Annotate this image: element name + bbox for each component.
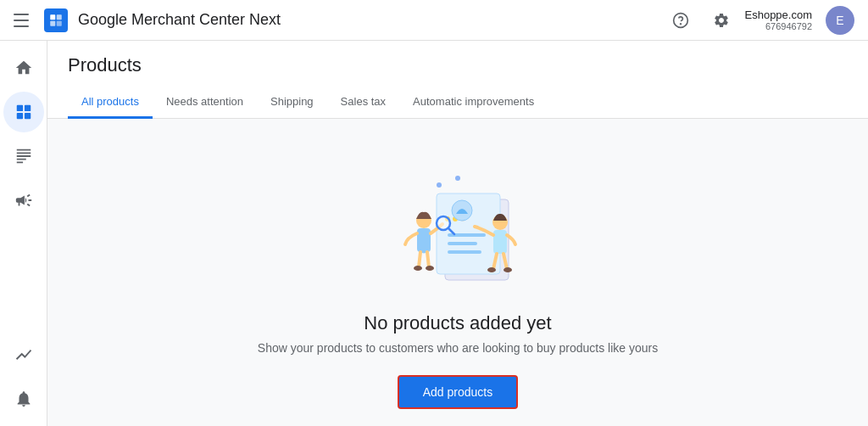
empty-state-illustration xyxy=(364,153,551,292)
svg-point-26 xyxy=(426,266,434,271)
page-header: Products All products Needs attention Sh… xyxy=(47,41,868,119)
svg-rect-28 xyxy=(493,230,507,254)
page-title: Products xyxy=(68,54,848,76)
sidebar-item-home[interactable] xyxy=(3,48,44,88)
sidebar xyxy=(0,41,47,426)
help-button[interactable] xyxy=(664,3,698,37)
svg-rect-7 xyxy=(24,105,30,111)
svg-rect-15 xyxy=(448,242,477,245)
sidebar-item-reports[interactable] xyxy=(3,136,44,177)
sidebar-item-marketing[interactable] xyxy=(3,180,44,221)
svg-point-11 xyxy=(455,176,460,181)
svg-rect-1 xyxy=(57,14,62,20)
account-info: Eshoppe.com 676946792 xyxy=(745,8,813,31)
main-content: Products All products Needs attention Sh… xyxy=(47,41,868,426)
svg-line-23 xyxy=(419,252,420,267)
topbar-right: Eshoppe.com 676946792 E xyxy=(664,3,855,37)
tab-automatic-improvements[interactable]: Automatic improvements xyxy=(399,87,548,119)
topbar: Google Merchant Center Next Eshoppe.com … xyxy=(0,0,868,41)
svg-rect-2 xyxy=(50,20,55,25)
svg-point-32 xyxy=(504,267,512,272)
add-products-button[interactable]: Add products xyxy=(398,375,519,409)
sidebar-item-notifications[interactable] xyxy=(3,378,44,419)
tab-needs-attention[interactable]: Needs attention xyxy=(153,87,257,119)
tab-sales-tax[interactable]: Sales tax xyxy=(327,87,399,119)
sidebar-item-analytics[interactable] xyxy=(3,334,44,375)
svg-rect-8 xyxy=(16,113,22,119)
tabs: All products Needs attention Shipping Sa… xyxy=(68,87,848,118)
svg-rect-16 xyxy=(448,250,481,254)
app-logo xyxy=(44,8,68,32)
account-id: 676946792 xyxy=(765,21,812,31)
empty-state-title: No products added yet xyxy=(364,312,551,334)
svg-point-25 xyxy=(414,266,422,271)
sidebar-item-products[interactable] xyxy=(3,92,44,132)
content-area: No products added yet Show your products… xyxy=(47,119,868,426)
svg-point-10 xyxy=(437,182,442,188)
tab-shipping[interactable]: Shipping xyxy=(257,87,327,119)
tab-all-products[interactable]: All products xyxy=(68,87,153,119)
empty-state-subtitle: Show your products to customers who are … xyxy=(258,341,658,355)
svg-rect-3 xyxy=(57,20,62,25)
svg-point-5 xyxy=(680,23,681,24)
svg-line-24 xyxy=(427,252,429,267)
topbar-left: Google Merchant Center Next xyxy=(14,8,281,32)
menu-icon[interactable] xyxy=(14,10,34,31)
layout: Products All products Needs attention Sh… xyxy=(0,41,868,426)
svg-rect-6 xyxy=(16,105,22,111)
svg-rect-9 xyxy=(24,113,30,119)
svg-rect-0 xyxy=(50,14,55,20)
svg-point-31 xyxy=(487,267,496,272)
sidebar-bottom xyxy=(3,334,44,426)
account-name: Eshoppe.com xyxy=(745,8,813,21)
settings-button[interactable] xyxy=(704,3,738,37)
app-title: Google Merchant Center Next xyxy=(78,11,281,29)
avatar[interactable]: E xyxy=(826,6,854,35)
